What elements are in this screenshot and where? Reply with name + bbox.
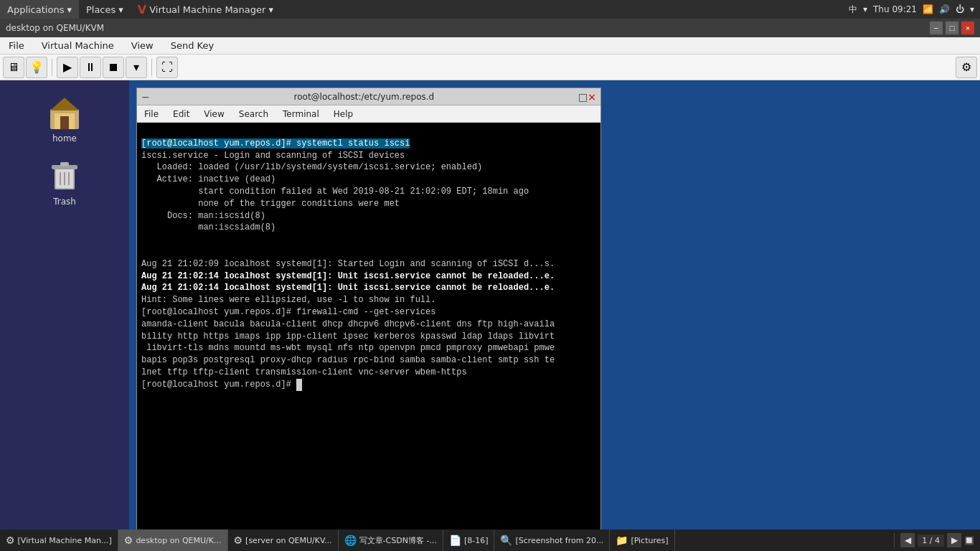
terminal-minimize[interactable]: − — [141, 91, 150, 103]
scroll-left-button[interactable]: ◀ — [900, 533, 915, 547]
svg-marker-2 — [50, 98, 79, 110]
terminal-line-2: Loaded: loaded (/usr/lib/systemd/system/… — [141, 162, 482, 172]
taskbar-item-5[interactable]: 🔍 [Screenshot from 20... — [494, 529, 610, 551]
vmm-virtual-machine-menu[interactable]: Virtual Machine — [33, 37, 123, 55]
terminal-line-17: bapis pop3s postgresql proxy-dhcp radius… — [141, 355, 555, 365]
trash-label: Trash — [53, 197, 76, 207]
vmm-window: desktop on QEMU/KVM − □ × File Virtual M… — [0, 19, 980, 551]
terminal-line-11: Aug 21 21:02:14 localhost systemd[1]: Un… — [141, 283, 555, 293]
lang-arrow: ▾ — [863, 4, 867, 14]
terminal-view-menu[interactable]: View — [197, 105, 231, 123]
terminal-terminal-menu[interactable]: Terminal — [275, 105, 326, 123]
vmm-menubar: File Virtual Machine View Send Key — [0, 37, 980, 55]
sidebar-home[interactable]: home — [47, 95, 82, 143]
terminal-line-10: Aug 21 21:02:14 localhost systemd[1]: Un… — [141, 271, 555, 281]
scroll-right-button[interactable]: ▶ — [947, 533, 961, 547]
monitor-icon: 🖥 — [8, 61, 19, 74]
vmm-titlebar: desktop on QEMU/KVM − □ × — [0, 19, 980, 37]
places-arrow: ▾ — [118, 4, 123, 15]
toolbar-separator-2 — [151, 59, 152, 76]
terminal-help-menu[interactable]: Help — [326, 105, 360, 123]
vmm-close-button[interactable]: × — [961, 22, 974, 34]
taskbar-label-3: 写文章-CSDN博客 -... — [359, 535, 437, 546]
terminal-body[interactable]: [root@localhost yum.repos.d]# systemctl … — [137, 123, 600, 539]
power-arrow: ▾ — [970, 4, 974, 14]
terminal-close[interactable]: × — [588, 91, 596, 103]
terminal-title: root@localhost:/etc/yum.repos.d — [150, 92, 578, 102]
vmm-maximize-button[interactable]: □ — [946, 22, 958, 34]
taskbar-item-3[interactable]: 🌐 写文章-CSDN博客 -... — [339, 529, 443, 551]
vmm-send-key-menu[interactable]: Send Key — [162, 37, 222, 55]
taskbar-label-4: [8-16] — [464, 536, 489, 545]
pause-icon: ⏸ — [85, 61, 96, 74]
places-label: Places — [86, 4, 116, 15]
power-icon[interactable]: ⏻ — [956, 4, 964, 14]
home-label: home — [52, 133, 77, 143]
terminal-line-3: Active: inactive (dead) — [141, 174, 275, 184]
vmm-title: Virtual Machine Manager — [149, 4, 265, 15]
terminal-line-19: [root@localhost yum.repos.d]# — [141, 380, 302, 390]
taskbar-item-1[interactable]: ⚙ desktop on QEMU/K... — [118, 529, 228, 551]
terminal-line-5: none of the trigger conditions were met — [141, 199, 400, 209]
vmm-minimize-button[interactable]: − — [930, 22, 943, 34]
terminal-search-menu[interactable]: Search — [232, 105, 275, 123]
sidebar-trash[interactable]: Trash — [47, 158, 82, 207]
taskbar-label-5: [Screenshot from 20... — [515, 536, 603, 545]
terminal-edit-menu[interactable]: Edit — [166, 105, 197, 123]
toolbar-play-button[interactable]: ▶ — [57, 57, 78, 78]
terminal-line-14: amanda-client bacula bacula-client dhcp … — [141, 319, 555, 329]
terminal-maximize[interactable]: □ — [578, 91, 588, 103]
applications-arrow: ▾ — [67, 4, 72, 15]
terminal-line-0: [root@localhost yum.repos.d]# systemctl … — [141, 138, 410, 149]
vmm-titlebar-controls: − □ × — [930, 22, 974, 34]
toolbar-settings-button[interactable]: ⚙ — [956, 57, 977, 78]
terminal-line-15: bility http https imaps ipp ipp-client i… — [141, 331, 555, 342]
terminal-menubar: File Edit View Search Terminal Help — [137, 105, 600, 123]
vmm-view-menu[interactable]: View — [123, 37, 162, 55]
toolbar-light-button[interactable]: 💡 — [26, 57, 47, 78]
taskbar-icon-1: ⚙ — [124, 534, 133, 546]
terminal-file-menu[interactable]: File — [137, 105, 166, 123]
toolbar-dropdown-button[interactable]: ▾ — [126, 57, 147, 78]
vmm-menu[interactable]: V Virtual Machine Manager ▾ — [131, 0, 281, 19]
top-bar-left: Applications ▾ Places ▾ V Virtual Machin… — [0, 0, 281, 19]
applications-menu[interactable]: Applications ▾ — [0, 0, 79, 19]
taskbar-icon-2: ⚙ — [234, 534, 243, 546]
terminal-line-13: [root@localhost yum.repos.d]# firewall-c… — [141, 307, 435, 317]
vmm-logo: V — [138, 3, 146, 17]
toolbar-vm-button[interactable]: 🖥 — [3, 57, 24, 78]
taskbar-label-1: desktop on QEMU/K... — [136, 536, 221, 545]
vmm-toolbar: 🖥 💡 ▶ ⏸ ⏹ ▾ ⛶ ⚙ — [0, 55, 980, 80]
light-icon: 💡 — [29, 60, 44, 74]
home-icon — [47, 95, 82, 129]
time-display: Thu 09:21 — [873, 4, 917, 14]
taskbar-left: ⚙ [Virtual Machine Man...] ⚙ desktop on … — [0, 529, 894, 551]
taskbar-item-0[interactable]: ⚙ [Virtual Machine Man...] — [0, 529, 118, 551]
taskbar-item-2[interactable]: ⚙ [server on QEMU/KV... — [228, 529, 339, 551]
terminal-area: − root@localhost:/etc/yum.repos.d □ × Fi… — [129, 80, 980, 551]
taskbar-item-6[interactable]: 📁 [Pictures] — [610, 529, 674, 551]
taskbar-icon-5: 🔍 — [500, 534, 512, 546]
page-icon: 🔲 — [964, 536, 974, 545]
settings-icon: ⚙ — [961, 60, 971, 74]
applications-label: Applications — [7, 4, 64, 15]
taskbar-label-2: [server on QEMU/KV... — [245, 536, 331, 545]
expand-icon: ⛶ — [161, 61, 173, 74]
svg-rect-3 — [60, 116, 69, 129]
toolbar-pause-button[interactable]: ⏸ — [80, 57, 101, 78]
top-bar: Applications ▾ Places ▾ V Virtual Machin… — [0, 0, 980, 19]
page-indicator: 1 / 4 — [918, 534, 944, 547]
toolbar-expand-button[interactable]: ⛶ — [156, 57, 178, 78]
terminal-line-1: iscsi.service - Login and scanning of iS… — [141, 151, 405, 161]
lang-indicator[interactable]: 中 — [849, 4, 857, 16]
terminal-window: − root@localhost:/etc/yum.repos.d □ × Fi… — [136, 88, 601, 540]
taskbar-item-4[interactable]: 📄 [8-16] — [443, 529, 495, 551]
vmm-file-menu[interactable]: File — [0, 37, 33, 55]
terminal-titlebar: − root@localhost:/etc/yum.repos.d □ × — [137, 88, 600, 105]
terminal-line-12: Hint: Some lines were ellipsized, use -l… — [141, 295, 435, 305]
toolbar-stop-button[interactable]: ⏹ — [103, 57, 124, 78]
vmm-arrow: ▾ — [268, 4, 273, 15]
places-menu[interactable]: Places ▾ — [79, 0, 131, 19]
taskbar-icon-3: 🌐 — [344, 534, 357, 546]
sound-icon: 🔊 — [939, 4, 950, 14]
